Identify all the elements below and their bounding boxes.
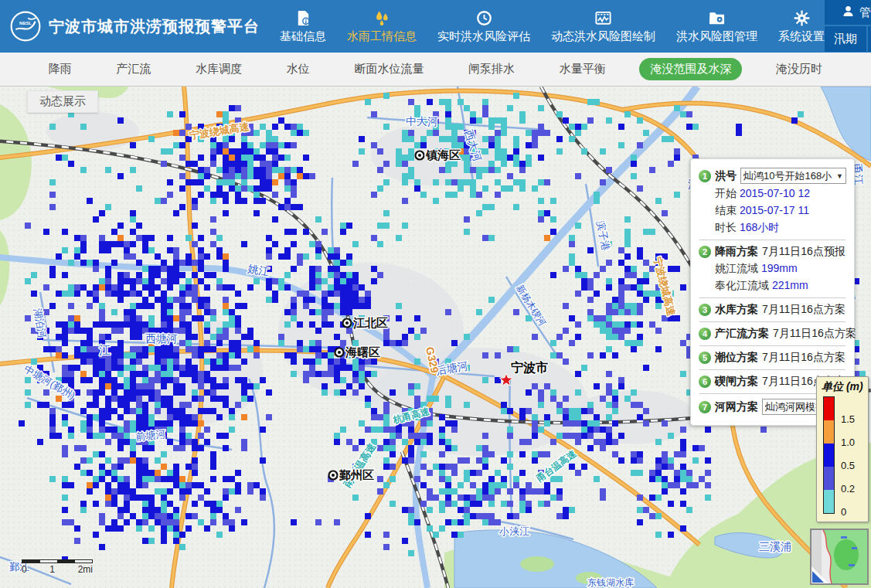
legend-seg-1: [824, 420, 834, 444]
field-label: 开始: [715, 187, 737, 199]
user-label: 管理员: [859, 5, 871, 20]
tab-6[interactable]: 闸泵排水: [458, 58, 526, 80]
season-mode-button[interactable]: 汛期: [825, 26, 866, 52]
panel-field: 结束 2015-07-17 11: [715, 204, 846, 218]
app-logo-icon: NBSL: [9, 10, 42, 42]
district-label: 镇海区: [425, 148, 461, 161]
brand: NBSL 宁波市城市洪涝预报预警平台: [9, 10, 260, 42]
panel-step-row: 5潮位方案7月11日16点方案: [699, 351, 846, 365]
field-label: 结束: [715, 204, 737, 216]
admin-user-button[interactable]: 管理员: [825, 0, 871, 25]
step-label: 潮位方案: [715, 351, 758, 365]
legend-bar: [823, 396, 835, 514]
tab-9[interactable]: 淹没历时: [765, 58, 833, 80]
nav-item-raindrops[interactable]: 水雨工情信息: [347, 8, 417, 44]
legend-seg-2: [824, 444, 834, 467]
legend-seg-0: [824, 397, 834, 420]
river-label: 江: [99, 343, 111, 356]
logout-button[interactable]: [868, 26, 871, 52]
legend-seg-4: [824, 490, 834, 513]
step-badge-3: 3: [699, 304, 711, 316]
panel-divider: [699, 369, 845, 370]
app-window: NBSL 宁波市城市洪涝预报预警平台 基础信息水雨工情信息实时洪水风险评估动态洪…: [0, 0, 871, 588]
legend-seg-3: [824, 467, 834, 490]
select-value: 灿鸿10号开始168小: [743, 169, 835, 183]
tab-8[interactable]: 淹没范围及水深: [639, 58, 742, 80]
field-value: 2015-07-17 11: [740, 204, 809, 216]
top-header: NBSL 宁波市城市洪涝预报预警平台 基础信息水雨工情信息实时洪水风险评估动态洪…: [0, 0, 871, 53]
step-badge-4: 4: [699, 328, 711, 340]
field-label: 姚江流域: [715, 262, 758, 274]
main-navigation: 基础信息水雨工情信息实时洪水风险评估动态洪水风险图绘制洪水风险图管理系统设置: [280, 8, 825, 44]
step-value: 7月11日16点方案: [762, 351, 845, 365]
river-label: 三溪浦: [759, 540, 791, 552]
scalebar-labels: 012mi: [22, 564, 93, 575]
river-label: 中大河: [406, 115, 438, 127]
panel-step-row: 3水库方案7月11日16点方案: [699, 303, 846, 317]
district-label: 鄞州区: [339, 468, 374, 481]
scalebar-label: 1: [49, 564, 55, 575]
city-label: 宁波市: [511, 360, 548, 374]
nav-item-label: 基础信息: [280, 29, 326, 44]
legend-title: 单位 (m): [822, 380, 863, 394]
panel-divider: [699, 240, 845, 240]
legend-label: 0.5: [841, 460, 855, 471]
field-label: 时长: [715, 221, 737, 233]
scalebar-label: 2mi: [78, 564, 93, 575]
step-value: 7月11日16点预报: [762, 245, 845, 259]
field-label: 奉化江流域: [715, 279, 769, 291]
nav-item-folder-lock[interactable]: 洪水风险图管理: [676, 8, 757, 44]
step-label: 洪号: [715, 169, 737, 183]
chevron-down-icon: ▼: [836, 172, 843, 180]
user-area: 管理员 汛期: [825, 0, 871, 53]
scalebar-seg: [75, 560, 93, 563]
river-label: 西塘河: [145, 332, 178, 345]
field-value: 221mm: [772, 279, 808, 291]
step-badge-6: 6: [699, 376, 711, 388]
panel-step-row: 2降雨方案7月11日16点预报: [699, 245, 846, 259]
page-title: 宁波市城市洪涝预报预警平台: [49, 16, 260, 37]
scalebar-seg: [40, 560, 58, 563]
panel-step-row: 4产汇流方案7月11日16点方案: [699, 327, 846, 341]
scalebar-label: 0: [22, 564, 27, 575]
depth-legend: 单位 (m) 1.51.00.50.20: [816, 376, 869, 522]
step-value: 7月11日16点方案: [773, 327, 856, 341]
field-value: 168小时: [740, 221, 779, 233]
panel-step-row: 1洪号灿鸿10号开始168小▼: [699, 168, 846, 184]
river-label: 小浃江: [498, 525, 529, 537]
panel-divider: [699, 297, 845, 298]
dynamic-display-button[interactable]: 动态展示: [27, 90, 98, 113]
folder-lock-icon: [708, 8, 726, 27]
nav-item-info[interactable]: 基础信息: [280, 8, 326, 44]
tab-3[interactable]: 水库调度: [185, 58, 253, 80]
panel-field: 开始 2015-07-10 12: [715, 187, 846, 201]
step-value: 7月11日16点方案: [762, 303, 845, 317]
tab-2[interactable]: 产汇流: [105, 58, 162, 80]
nav-item-gear[interactable]: 系统设置: [778, 8, 825, 44]
panel-field: 姚江流域 199mm: [715, 262, 846, 276]
scalebar-seg: [57, 560, 75, 563]
step-label: 降雨方案: [715, 245, 758, 259]
chart-icon: [594, 8, 612, 27]
panel-divider: [699, 321, 845, 322]
nav-item-chart[interactable]: 动态洪水风险图绘制: [551, 8, 655, 44]
field-value: 199mm: [761, 262, 798, 274]
nav-item-clock[interactable]: 实时洪水风险评估: [437, 8, 530, 44]
mode-row: 汛期: [825, 26, 871, 52]
district-label: 江北区: [352, 316, 388, 329]
panel-field: 奉化江流域 221mm: [715, 279, 846, 293]
map-area[interactable]: 中大河西大河滨子港姚江江甬江江西塘河后塘河前塘河湖泊河中塘河(鄞州)新杨木碶河江…: [0, 87, 871, 588]
tab-5[interactable]: 断面水位流量: [343, 58, 434, 80]
tab-7[interactable]: 水量平衡: [549, 58, 617, 80]
scalebar-seg: [22, 560, 40, 563]
inset-collapse-icon[interactable]: [812, 571, 824, 583]
river-label: 东钱湖水库: [587, 577, 634, 588]
tab-4[interactable]: 水位: [276, 58, 321, 80]
field-value: 2015-07-10 12: [740, 187, 810, 199]
step-badge-2: 2: [699, 246, 711, 258]
district-label: 海曙区: [345, 345, 380, 359]
step-select-1[interactable]: 灿鸿10号开始168小▼: [740, 168, 846, 184]
tab-1[interactable]: 降雨: [38, 58, 83, 80]
inset-overview-map[interactable]: [810, 529, 869, 585]
nav-item-label: 洪水风险图管理: [676, 29, 757, 44]
